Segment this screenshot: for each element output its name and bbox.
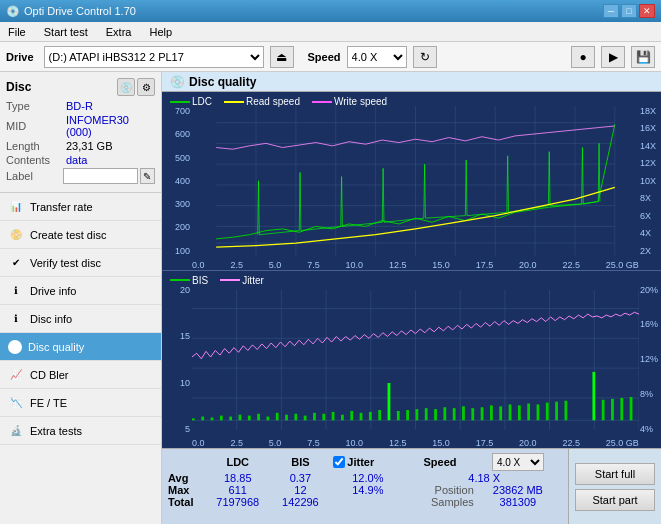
y1r-14x: 14X <box>640 141 656 151</box>
transfer-rate-icon: 📊 <box>8 199 24 215</box>
cd-bler-icon: 📈 <box>8 367 24 383</box>
chart2-wrapper: BIS Jitter <box>162 271 661 449</box>
max-ldc: 611 <box>204 484 271 496</box>
svg-rect-52 <box>378 410 381 420</box>
y1-200: 200 <box>175 222 190 232</box>
sidebar-item-disc-info[interactable]: ℹ Disc info <box>0 305 161 333</box>
menu-file[interactable]: File <box>4 24 30 40</box>
sidebar-item-cd-bler[interactable]: 📈 CD Bler <box>0 361 161 389</box>
sidebar-item-create-test-disc[interactable]: 📀 Create test disc <box>0 221 161 249</box>
drive-select[interactable]: (D:) ATAPI iHBS312 2 PL17 <box>44 46 264 68</box>
legend-read-speed-line <box>224 101 244 103</box>
maximize-button[interactable]: □ <box>621 4 637 18</box>
x1-25: 25.0 GB <box>606 260 639 270</box>
menubar: File Start test Extra Help <box>0 22 661 42</box>
jitter-checkbox[interactable] <box>333 456 345 468</box>
y1r-10x: 10X <box>640 176 656 186</box>
start-full-button[interactable]: Start full <box>575 463 655 485</box>
svg-rect-63 <box>481 407 484 420</box>
disc-type-label: Type <box>6 100 66 112</box>
sidebar-item-fe-te[interactable]: 📉 FE / TE <box>0 389 161 417</box>
sidebar-label-cd-bler: CD Bler <box>30 369 69 381</box>
x1-2.5: 2.5 <box>230 260 243 270</box>
refresh-button[interactable]: ↻ <box>413 46 437 68</box>
sidebar-item-disc-quality[interactable]: Disc quality <box>0 333 161 361</box>
toolbar-btn2[interactable]: ▶ <box>601 46 625 68</box>
y2-20: 20 <box>180 285 190 295</box>
close-button[interactable]: ✕ <box>639 4 655 18</box>
svg-rect-41 <box>276 412 279 419</box>
speed-display-select[interactable]: 4.0 X <box>492 453 544 471</box>
x1-12.5: 12.5 <box>389 260 407 270</box>
titlebar: 💿 Opti Drive Control 1.70 ─ □ ✕ <box>0 0 661 22</box>
avg-jitter: 12.0% <box>329 472 406 484</box>
stats-table: LDC BIS Jitter Speed <box>168 452 562 508</box>
chart1-legend: LDC Read speed Write speed <box>170 96 387 107</box>
svg-rect-42 <box>285 414 288 420</box>
toolbar-btn3[interactable]: 💾 <box>631 46 655 68</box>
total-ldc: 7197968 <box>204 496 271 508</box>
svg-rect-44 <box>304 415 307 420</box>
menu-help[interactable]: Help <box>145 24 176 40</box>
disc-info-icon: ℹ <box>8 311 24 327</box>
x1-17.5: 17.5 <box>476 260 494 270</box>
start-part-button[interactable]: Start part <box>575 489 655 511</box>
svg-rect-49 <box>350 410 353 419</box>
disc-label-input[interactable] <box>63 168 138 184</box>
sidebar-label-disc-quality: Disc quality <box>28 341 84 353</box>
samples-value: 381309 <box>474 496 562 508</box>
jitter-checkbox-label[interactable]: Jitter <box>333 456 402 468</box>
stats-header-row: LDC BIS Jitter Speed <box>168 452 562 472</box>
svg-rect-33 <box>201 416 204 420</box>
svg-rect-51 <box>369 411 372 419</box>
disc-label-label: Label <box>6 170 63 182</box>
disc-contents-value: data <box>66 154 155 166</box>
svg-rect-66 <box>509 404 512 420</box>
sidebar-item-extra-tests[interactable]: 🔬 Extra tests <box>0 417 161 445</box>
svg-rect-37 <box>239 414 242 420</box>
svg-rect-39 <box>257 413 260 420</box>
chart2-svg <box>192 285 639 435</box>
sidebar-item-transfer-rate[interactable]: 📊 Transfer rate <box>0 193 161 221</box>
menu-start-test[interactable]: Start test <box>40 24 92 40</box>
bis-bars <box>192 371 632 419</box>
x2-12.5: 12.5 <box>389 438 407 448</box>
legend-jitter-line <box>220 279 240 281</box>
sidebar-item-drive-info[interactable]: ℹ Drive info <box>0 277 161 305</box>
svg-rect-56 <box>416 409 419 420</box>
position-value: 23862 MB <box>474 484 562 496</box>
menu-extra[interactable]: Extra <box>102 24 136 40</box>
sidebar-label-drive-info: Drive info <box>30 285 76 297</box>
y2r-4pct: 4% <box>640 424 653 434</box>
stats-col-check: Jitter <box>329 452 406 472</box>
avg-ldc: 18.85 <box>204 472 271 484</box>
toolbar-btn1[interactable]: ● <box>571 46 595 68</box>
legend-jitter: Jitter <box>220 275 264 286</box>
x2-15: 15.0 <box>432 438 450 448</box>
chart1-svg <box>192 106 639 256</box>
svg-rect-40 <box>267 416 270 420</box>
y2r-20pct: 20% <box>640 285 658 295</box>
sidebar-item-verify-test-disc[interactable]: ✔ Verify test disc <box>0 249 161 277</box>
total-label: Total <box>168 496 204 508</box>
avg-label: Avg <box>168 472 204 484</box>
disc-icon-btn2[interactable]: ⚙ <box>137 78 155 96</box>
x2-7.5: 7.5 <box>307 438 320 448</box>
minimize-button[interactable]: ─ <box>603 4 619 18</box>
eject-button[interactable]: ⏏ <box>270 46 294 68</box>
svg-rect-35 <box>220 415 223 420</box>
speed-select[interactable]: 4.0 X <box>347 46 407 68</box>
charts-area: LDC Read speed Write speed <box>162 92 661 448</box>
chart1-wrapper: LDC Read speed Write speed <box>162 92 661 271</box>
disc-label-btn[interactable]: ✎ <box>140 168 155 184</box>
y1r-2x: 2X <box>640 246 651 256</box>
right-buttons: Start full Start part <box>568 449 661 524</box>
chart1-y-right: 18X 16X 14X 12X 10X 8X 6X 4X 2X <box>639 106 661 256</box>
disc-label-row: Label ✎ <box>6 168 155 184</box>
disc-icon-btn1[interactable]: 💿 <box>117 78 135 96</box>
disc-mid-value: INFOMER30 (000) <box>66 114 155 138</box>
stats-avg-row: Avg 18.85 0.37 12.0% 4.18 X <box>168 472 562 484</box>
svg-rect-73 <box>592 371 595 419</box>
svg-rect-43 <box>294 413 297 420</box>
y1-600: 600 <box>175 129 190 139</box>
